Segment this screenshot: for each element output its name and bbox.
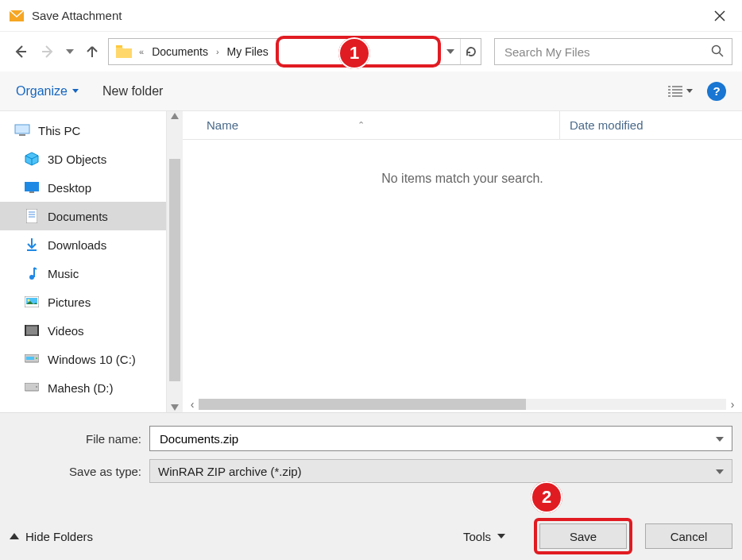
- svg-rect-16: [15, 125, 29, 133]
- tree-documents[interactable]: Documents: [0, 202, 166, 230]
- scroll-left-icon: ‹: [186, 398, 199, 411]
- savetype-field[interactable]: WinRAR ZIP archive (*.zip): [149, 459, 732, 483]
- column-name-label: Name: [207, 118, 238, 132]
- desktop-icon: [24, 180, 40, 195]
- refresh-button[interactable]: [460, 39, 481, 64]
- tree-label: 3D Objects: [48, 153, 106, 166]
- search-input[interactable]: [503, 44, 711, 60]
- tree-drive-c[interactable]: Windows 10 (C:): [0, 345, 166, 373]
- close-button[interactable]: [704, 0, 736, 32]
- column-name[interactable]: Name ⌃: [183, 118, 559, 132]
- tree-label: Windows 10 (C:): [48, 353, 136, 366]
- nav-forward-button[interactable]: [37, 39, 59, 64]
- tree-label: Pictures: [48, 295, 91, 309]
- annotation-badge-1: 1: [338, 37, 370, 69]
- window-title: Save Attachment: [32, 9, 122, 22]
- tree-label: This PC: [38, 124, 80, 137]
- chevron-up-icon: [10, 533, 19, 539]
- organize-button[interactable]: Organize: [16, 84, 79, 98]
- cancel-button[interactable]: Cancel: [645, 523, 732, 549]
- column-date-label: Date modified: [570, 118, 643, 132]
- tree-pictures[interactable]: Pictures: [0, 288, 166, 316]
- chevron-down-icon: [686, 89, 693, 93]
- tree-3d-objects[interactable]: 3D Objects: [0, 145, 166, 173]
- svg-point-37: [36, 386, 37, 388]
- tree-videos[interactable]: Videos: [0, 316, 166, 345]
- breadcrumb-documents[interactable]: Documents: [147, 39, 213, 64]
- tree-drive-d[interactable]: Mahesh (D:): [0, 373, 166, 402]
- tree-this-pc[interactable]: This PC: [0, 116, 166, 145]
- column-date-modified[interactable]: Date modified: [559, 111, 742, 139]
- savetype-label: Save as type:: [10, 465, 149, 478]
- help-button[interactable]: ?: [707, 82, 726, 101]
- svg-point-25: [29, 275, 34, 280]
- savetype-dropdown[interactable]: [716, 465, 724, 477]
- view-mode-button[interactable]: [667, 85, 693, 98]
- nav-row: « Documents › My Files: [0, 32, 742, 71]
- file-scrollbar-horizontal[interactable]: ‹ ›: [183, 396, 742, 412]
- sort-indicator-icon: ⌃: [357, 120, 365, 130]
- tree-label: Mahesh (D:): [48, 381, 114, 395]
- svg-line-7: [720, 52, 724, 56]
- document-icon: [24, 208, 40, 224]
- scrollbar-thumb[interactable]: [199, 399, 526, 410]
- pictures-icon: [24, 294, 40, 310]
- svg-point-35: [36, 357, 37, 359]
- filename-field[interactable]: [149, 426, 732, 451]
- search-box[interactable]: [494, 38, 732, 65]
- svg-rect-31: [25, 325, 26, 336]
- videos-icon: [24, 322, 40, 338]
- breadcrumb-my-files[interactable]: My Files: [222, 39, 273, 64]
- chevron-right-icon: ›: [213, 47, 222, 56]
- mail-icon: [10, 9, 24, 23]
- empty-list-message: No items match your search.: [183, 172, 742, 186]
- svg-rect-18: [25, 182, 39, 191]
- file-list-header: Name ⌃ Date modified: [183, 111, 742, 140]
- save-button[interactable]: Save: [539, 523, 627, 549]
- nav-recent-dropdown[interactable]: [64, 39, 76, 64]
- search-icon: [711, 44, 724, 60]
- hide-folders-label: Hide Folders: [25, 530, 93, 543]
- svg-point-6: [713, 45, 721, 53]
- titlebar: Save Attachment: [0, 0, 742, 32]
- svg-rect-19: [29, 191, 34, 193]
- address-bar[interactable]: « Documents › My Files: [108, 38, 481, 65]
- filename-input[interactable]: [158, 431, 711, 446]
- pc-icon: [14, 122, 30, 138]
- tree-label: Videos: [48, 324, 84, 338]
- scrollbar-thumb[interactable]: [169, 159, 180, 381]
- tree-desktop[interactable]: Desktop: [0, 173, 166, 202]
- tools-button[interactable]: Tools: [463, 530, 505, 543]
- svg-rect-34: [26, 357, 34, 360]
- toolbar: Organize New folder ?: [0, 71, 742, 111]
- svg-point-28: [28, 299, 30, 302]
- filename-label: File name:: [10, 432, 149, 446]
- main-area: This PC 3D Objects Desktop Documents Dow…: [0, 111, 742, 413]
- folder-tree[interactable]: This PC 3D Objects Desktop Documents Dow…: [0, 111, 167, 412]
- organize-label: Organize: [16, 84, 68, 98]
- file-list-area: Name ⌃ Date modified No items match your…: [183, 111, 742, 412]
- hide-folders-button[interactable]: Hide Folders: [10, 530, 93, 543]
- svg-rect-30: [26, 326, 37, 334]
- bottom-panel: File name: Save as type: WinRAR ZIP arch…: [0, 413, 742, 560]
- filename-dropdown[interactable]: [716, 433, 724, 444]
- tree-scrollbar[interactable]: [167, 111, 183, 412]
- svg-rect-32: [37, 325, 39, 336]
- nav-up-button[interactable]: [81, 39, 103, 64]
- scroll-up-icon: [171, 113, 179, 119]
- chevron-down-icon: [72, 89, 79, 93]
- tree-label: Desktop: [48, 181, 91, 195]
- scroll-down-icon: [171, 404, 179, 411]
- nav-back-button[interactable]: [10, 39, 32, 64]
- tree-music[interactable]: Music: [0, 259, 166, 288]
- annotation-badge-2: 2: [531, 481, 562, 513]
- drive-icon: [24, 380, 40, 396]
- music-icon: [24, 265, 40, 281]
- tree-downloads[interactable]: Downloads: [0, 230, 166, 259]
- svg-rect-17: [19, 134, 25, 136]
- address-dropdown[interactable]: [439, 39, 460, 64]
- new-folder-button[interactable]: New folder: [102, 84, 163, 98]
- chevron-icon: «: [136, 47, 147, 56]
- savetype-value: WinRAR ZIP archive (*.zip): [158, 465, 711, 478]
- annotation-outline-2: Save: [534, 518, 632, 554]
